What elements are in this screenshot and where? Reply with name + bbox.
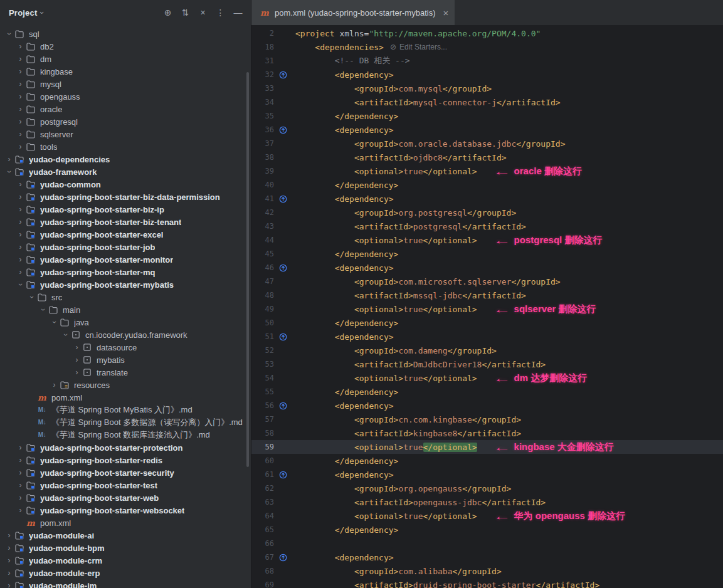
code-line[interactable]: 58 <artifactId>kingbase8</artifactId> xyxy=(251,426,723,440)
maven-dependency-gutter-icon[interactable] xyxy=(277,471,289,479)
line-number[interactable]: 56 xyxy=(251,401,274,410)
line-number[interactable]: 53 xyxy=(251,360,274,369)
code-line[interactable]: 38 <artifactId>ojdbc8</artifactId> xyxy=(251,150,723,164)
line-number[interactable]: 34 xyxy=(251,98,274,107)
tree-item-postgresql[interactable]: ›postgresql xyxy=(0,115,251,128)
tree-item-yudao-spring-boot-starter-redis[interactable]: ›yudao-spring-boot-starter-redis xyxy=(0,454,251,466)
line-number[interactable]: 62 xyxy=(251,484,274,493)
tree-item-pom-xml[interactable]: mpom.xml xyxy=(0,517,251,529)
line-number[interactable]: 59 xyxy=(251,443,274,451)
tree-item-yudao-module-erp[interactable]: ›yudao-module-erp xyxy=(0,567,251,579)
chevron-right-icon[interactable]: › xyxy=(49,381,60,389)
chevron-right-icon[interactable]: › xyxy=(15,218,26,226)
tree-item-pom-xml[interactable]: mpom.xml xyxy=(0,391,251,404)
code-text[interactable]: <artifactId>DmJdbcDriver18</artifactId> xyxy=(295,360,546,369)
tree-item-db2[interactable]: ›db2 xyxy=(0,40,251,53)
line-number[interactable]: 48 xyxy=(251,291,274,300)
chevron-down-icon[interactable]: › xyxy=(6,167,13,177)
code-line[interactable]: 49 <optional>true</optional>←sqlserver 删… xyxy=(251,302,723,316)
chevron-right-icon[interactable]: › xyxy=(15,469,26,476)
code-line[interactable]: 63 <artifactId>opengauss-jdbc</artifactI… xyxy=(251,495,723,509)
code-line[interactable]: 55 </dependency> xyxy=(251,385,723,399)
line-number[interactable]: 52 xyxy=(251,346,274,355)
code-text[interactable]: <optional>true</optional> xyxy=(295,236,477,245)
maven-dependency-gutter-icon[interactable] xyxy=(277,195,289,203)
code-text[interactable]: <dependency> xyxy=(295,470,394,480)
tree-item-src[interactable]: ›src xyxy=(0,291,251,303)
chevron-right-icon[interactable]: › xyxy=(15,481,26,489)
chevron-right-icon[interactable]: › xyxy=(15,507,26,514)
chevron-right-icon[interactable]: › xyxy=(4,532,14,539)
code-text[interactable]: <dependency> xyxy=(295,194,394,204)
tree-item-sql[interactable]: ›sql xyxy=(0,28,251,40)
chevron-right-icon[interactable]: › xyxy=(15,130,26,138)
code-text[interactable]: <artifactId>kingbase8</artifactId> xyxy=(295,429,521,438)
chevron-down-icon[interactable]: › xyxy=(6,29,13,39)
code-text[interactable]: <optional>true</optional> xyxy=(295,305,477,314)
chevron-right-icon[interactable]: › xyxy=(4,557,14,564)
tree-item-yudao-spring-boot-starter-excel[interactable]: ›yudao-spring-boot-starter-excel xyxy=(0,228,251,241)
chevron-down-icon[interactable]: › xyxy=(17,280,24,290)
code-line[interactable]: 68 <groupId>com.alibaba</groupId> xyxy=(251,564,723,578)
chevron-right-icon[interactable]: › xyxy=(15,268,26,276)
code-text[interactable]: <project xmlns="http://maven.apache.org/… xyxy=(295,29,541,38)
line-number[interactable]: 68 xyxy=(251,567,274,575)
hide-panel-icon[interactable]: — xyxy=(230,5,246,20)
code-editor[interactable]: 2<project xmlns="http://maven.apache.org… xyxy=(251,25,723,588)
tree-item-yudao-spring-boot-starter-protection[interactable]: ›yudao-spring-boot-starter-protection xyxy=(0,441,251,454)
code-line[interactable]: 59 <optional>true</optional>←kingbase 大金… xyxy=(251,440,723,454)
code-line[interactable]: 34 <artifactId>mysql-connector-j</artifa… xyxy=(251,95,723,109)
maven-dependency-gutter-icon[interactable] xyxy=(277,402,289,410)
tree-item-mysql[interactable]: ›mysql xyxy=(0,78,251,90)
chevron-right-icon[interactable]: › xyxy=(15,55,26,63)
chevron-right-icon[interactable]: › xyxy=(71,344,82,351)
code-text[interactable]: <artifactId>ojdbc8</artifactId> xyxy=(295,153,507,162)
code-text[interactable]: <dependencies> xyxy=(295,43,384,52)
code-text[interactable]: <artifactId>druid-spring-boot-starter</a… xyxy=(295,580,599,588)
chevron-right-icon[interactable]: › xyxy=(15,256,26,263)
tree-item-yudao-common[interactable]: ›yudao-common xyxy=(0,178,251,191)
code-text[interactable]: </dependency> xyxy=(295,318,398,328)
code-text[interactable]: <artifactId>mysql-connector-j</artifactI… xyxy=(295,98,561,107)
chevron-right-icon[interactable]: › xyxy=(15,118,26,125)
chevron-down-icon[interactable]: › xyxy=(51,317,58,328)
code-text[interactable]: <artifactId>opengauss-jdbc</artifactId> xyxy=(295,498,546,507)
tree-item-yudao-module-crm[interactable]: ›yudao-module-crm xyxy=(0,554,251,567)
code-line[interactable]: 41 <dependency> xyxy=(251,192,723,206)
code-text[interactable]: </dependency> xyxy=(295,525,398,535)
tree-item-yudao-spring-boot-starter-security[interactable]: ›yudao-spring-boot-starter-security xyxy=(0,466,251,479)
line-number[interactable]: 2 xyxy=(251,29,274,38)
code-line[interactable]: 18 <dependencies>⊘Edit Starters... xyxy=(251,40,723,54)
code-line[interactable]: 48 <artifactId>mssql-jdbc</artifactId> xyxy=(251,288,723,302)
maven-dependency-gutter-icon[interactable] xyxy=(277,554,289,562)
tree-item-yudao-spring-boot-starter-biz-ip[interactable]: ›yudao-spring-boot-starter-biz-ip xyxy=(0,203,251,216)
code-text[interactable]: <groupId>com.microsoft.sqlserver</groupI… xyxy=(295,277,561,286)
code-line[interactable]: 57 <groupId>cn.com.kingbase</groupId> xyxy=(251,412,723,426)
code-text[interactable]: </dependency> xyxy=(295,181,398,190)
tree-item-yudao-module-bpm[interactable]: ›yudao-module-bpm xyxy=(0,542,251,554)
tree-item-spring-boot-mybatis-md[interactable]: M↓《芋道 Spring Boot MyBatis 入门》.md xyxy=(0,404,251,416)
code-text[interactable]: <optional>true</optional> xyxy=(295,512,477,521)
code-line[interactable]: 65 </dependency> xyxy=(251,523,723,537)
line-number[interactable]: 18 xyxy=(251,43,274,51)
tab-close-icon[interactable]: × xyxy=(443,8,448,18)
tree-item-spring-boot-md[interactable]: M↓《芋道 Spring Boot 数据库连接池入门》.md xyxy=(0,429,251,441)
tree-item-yudao-spring-boot-starter-test[interactable]: ›yudao-spring-boot-starter-test xyxy=(0,479,251,491)
line-number[interactable]: 32 xyxy=(251,70,274,79)
code-line[interactable]: 42 <groupId>org.postgresql</groupId> xyxy=(251,206,723,219)
chevron-right-icon[interactable]: › xyxy=(15,68,26,75)
chevron-right-icon[interactable]: › xyxy=(4,582,14,588)
chevron-right-icon[interactable]: › xyxy=(15,243,26,251)
line-number[interactable]: 66 xyxy=(251,539,274,548)
code-line[interactable]: 47 <groupId>com.microsoft.sqlserver</gro… xyxy=(251,275,723,288)
code-text[interactable]: <groupId>org.opengauss</groupId> xyxy=(295,484,511,493)
line-number[interactable]: 64 xyxy=(251,512,274,520)
line-number[interactable]: 39 xyxy=(251,167,274,176)
tree-item-yudao-framework[interactable]: ›yudao-framework xyxy=(0,165,251,178)
line-number[interactable]: 51 xyxy=(251,332,274,341)
code-text[interactable]: </dependency> xyxy=(295,387,398,397)
maven-dependency-gutter-icon[interactable] xyxy=(277,264,289,272)
chevron-right-icon[interactable]: › xyxy=(15,105,26,113)
code-line[interactable]: 53 <artifactId>DmJdbcDriver18</artifactI… xyxy=(251,357,723,371)
code-text[interactable]: <artifactId>mssql-jdbc</artifactId> xyxy=(295,291,526,300)
